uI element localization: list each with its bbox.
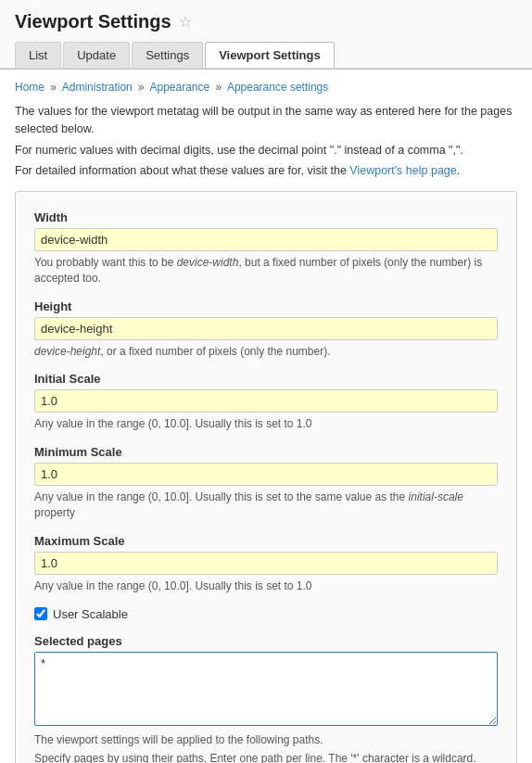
breadcrumb-appearance-settings[interactable]: Appearance settings bbox=[227, 81, 328, 94]
description-line3-before: For detailed information about what thes… bbox=[15, 164, 349, 177]
minimum-scale-hint-em: initial-scale bbox=[409, 490, 463, 503]
tab-viewport-settings[interactable]: Viewport Settings bbox=[205, 42, 335, 68]
description-line3-after: . bbox=[457, 164, 460, 177]
minimum-scale-hint: Any value in the range (0, 10.0]. Usuall… bbox=[34, 490, 498, 521]
minimum-scale-hint-before: Any value in the range (0, 10.0]. Usuall… bbox=[34, 490, 409, 503]
description-line2: For numeric values with decimal digits, … bbox=[15, 142, 517, 159]
height-hint-after: , or a fixed number of pixels (only the … bbox=[100, 345, 330, 358]
selected-pages-hint2: Specify pages by using their paths. Ente… bbox=[34, 751, 498, 763]
breadcrumb: Home » Administration » Appearance » App… bbox=[15, 81, 517, 94]
height-field-group: Height device-height, or a fixed number … bbox=[34, 299, 498, 360]
user-scalable-label: User Scalable bbox=[53, 607, 128, 621]
user-scalable-field-group: User Scalable bbox=[34, 607, 498, 621]
initial-scale-hint: Any value in the range (0, 10.0]. Usuall… bbox=[34, 416, 498, 432]
form-container: Width You probably want this to be devic… bbox=[15, 191, 517, 763]
tab-list[interactable]: List bbox=[15, 42, 61, 68]
width-hint-em: device-width bbox=[177, 256, 239, 269]
minimum-scale-hint-after: property bbox=[34, 506, 75, 519]
initial-scale-label: Initial Scale bbox=[34, 372, 498, 386]
selected-pages-textarea[interactable]: * bbox=[34, 652, 498, 726]
width-input[interactable] bbox=[34, 228, 498, 251]
selected-pages-field-group: Selected pages * The viewport settings w… bbox=[34, 634, 498, 763]
initial-scale-input[interactable] bbox=[34, 389, 498, 413]
maximum-scale-hint: Any value in the range (0, 10.0]. Usuall… bbox=[34, 579, 498, 594]
tab-update[interactable]: Update bbox=[63, 42, 130, 68]
width-hint-before: You probably want this to be bbox=[34, 256, 177, 269]
viewport-help-link[interactable]: Viewport's help page bbox=[349, 164, 456, 177]
width-label: Width bbox=[34, 210, 498, 224]
height-hint-em: device-height bbox=[34, 345, 100, 358]
description-line1: The values for the viewport metatag will… bbox=[15, 103, 517, 138]
initial-scale-field-group: Initial Scale Any value in the range (0,… bbox=[34, 372, 498, 432]
breadcrumb-administration[interactable]: Administration bbox=[62, 81, 133, 94]
user-scalable-checkbox[interactable] bbox=[34, 607, 47, 620]
width-field-group: Width You probably want this to be devic… bbox=[34, 210, 498, 286]
minimum-scale-field-group: Minimum Scale Any value in the range (0,… bbox=[34, 445, 498, 521]
description-line3: For detailed information about what thes… bbox=[15, 162, 517, 180]
height-label: Height bbox=[34, 299, 498, 313]
star-icon[interactable]: ☆ bbox=[179, 13, 192, 31]
page-title: Viewport Settings bbox=[15, 11, 171, 32]
maximum-scale-field-group: Maximum Scale Any value in the range (0,… bbox=[34, 534, 498, 594]
tab-bar: List Update Settings Viewport Settings bbox=[15, 42, 517, 68]
minimum-scale-input[interactable] bbox=[34, 463, 498, 486]
maximum-scale-label: Maximum Scale bbox=[34, 534, 498, 548]
maximum-scale-input[interactable] bbox=[34, 552, 498, 575]
selected-pages-hint1: The viewport settings will be applied to… bbox=[34, 732, 498, 748]
width-hint: You probably want this to be device-widt… bbox=[34, 255, 498, 286]
height-input[interactable] bbox=[34, 317, 498, 340]
tab-settings[interactable]: Settings bbox=[132, 42, 203, 68]
minimum-scale-label: Minimum Scale bbox=[34, 445, 498, 459]
breadcrumb-home[interactable]: Home bbox=[15, 81, 44, 94]
selected-pages-label: Selected pages bbox=[34, 634, 498, 648]
height-hint: device-height, or a fixed number of pixe… bbox=[34, 344, 498, 360]
breadcrumb-appearance[interactable]: Appearance bbox=[149, 81, 209, 94]
